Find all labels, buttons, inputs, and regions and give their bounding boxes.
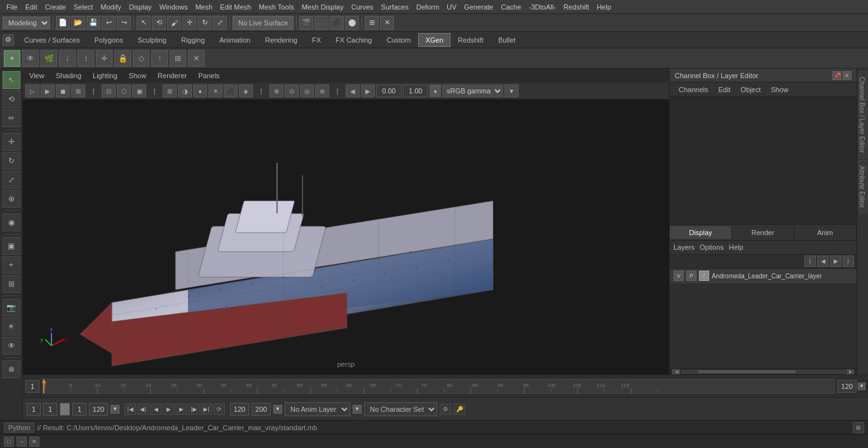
cb-tab-channels[interactable]: Channels (674, 85, 713, 95)
paint-select-tool[interactable]: ✏ (3, 109, 20, 127)
vp-ssr-btn[interactable]: ◈ (239, 85, 253, 97)
menu-windows[interactable]: Windows (156, 2, 192, 12)
pb-start-btn[interactable]: |◀ (125, 404, 136, 415)
vp-bbox-btn[interactable]: ▣ (132, 85, 146, 97)
grid-tool-icon[interactable]: ⊞ (170, 50, 186, 67)
new-file-btn[interactable]: 📄 (56, 16, 70, 30)
menu-create[interactable]: Create (41, 2, 70, 12)
dr-tab-display[interactable]: Display (670, 226, 732, 239)
vp-cam4-btn[interactable]: ⊞ (71, 85, 85, 97)
vp-cam3-btn[interactable]: ◼ (56, 85, 70, 97)
timeline-ruler[interactable]: 1 5 10 15 20 25 30 (42, 379, 835, 394)
menu-mesh-display[interactable]: Mesh Display (298, 2, 348, 12)
status-arr2[interactable]: ▼ (273, 405, 282, 414)
char-set-select[interactable]: No Character Set (364, 402, 437, 416)
eye-tool-icon[interactable]: 👁 (22, 50, 39, 67)
vp-cam-btn[interactable]: ▷ (25, 85, 39, 97)
tab-redshift[interactable]: Redshift (451, 33, 491, 47)
multicut-tool[interactable]: + (3, 256, 20, 274)
tab-rendering[interactable]: Rendering (258, 33, 304, 47)
menu-3dtool[interactable]: -3DtoAll- (525, 2, 560, 12)
menu-redshift[interactable]: Redshift (560, 2, 593, 12)
menu-modify[interactable]: Modify (97, 2, 125, 12)
vp-grid-btn[interactable]: ⊞ (163, 85, 177, 97)
select-btn[interactable]: ↖ (137, 16, 151, 30)
tab-bullet[interactable]: Bullet (491, 33, 523, 47)
ipr-btn[interactable]: ⬤ (345, 16, 359, 30)
diamond-tool-icon[interactable]: ◇ (133, 50, 149, 67)
menu-curves[interactable]: Curves (348, 2, 377, 12)
status-end1[interactable] (89, 403, 108, 416)
timeline-end-arrow[interactable]: ▼ (858, 383, 865, 390)
menu-surfaces[interactable]: Surfaces (377, 2, 412, 12)
close-tool-icon[interactable]: ✕ (188, 50, 205, 67)
tab-custom[interactable]: Custom (380, 33, 418, 47)
vp-gamma2-input[interactable] (403, 85, 428, 97)
status-arr1[interactable]: ▼ (111, 405, 119, 414)
menu-file[interactable]: File (3, 2, 22, 12)
pb-play-btn[interactable]: ▶ (163, 404, 174, 415)
vp-shadow-btn[interactable]: ◑ (178, 85, 192, 97)
origin-tool[interactable]: ⊗ (3, 360, 20, 378)
pb-end-btn[interactable]: ▶| (201, 404, 212, 415)
tab-polygons[interactable]: Polygons (87, 33, 130, 47)
tab-fx[interactable]: FX (305, 33, 328, 47)
vp-snap4-btn[interactable]: ⊛ (315, 85, 329, 97)
layers-menu-layers[interactable]: Layers (674, 243, 695, 251)
menu-select[interactable]: Select (70, 2, 97, 12)
layer-p-btn[interactable]: P (686, 271, 696, 281)
tab-curves-surfaces[interactable]: Curves / Surfaces (17, 33, 86, 47)
show-hide-tool[interactable]: 👁 (3, 337, 20, 355)
snap-btn[interactable]: ✕ (380, 16, 394, 30)
batch-btn[interactable]: ⬛ (330, 16, 344, 30)
status-end2[interactable] (230, 403, 249, 416)
status-frame2[interactable] (43, 403, 57, 416)
cross-tool-icon[interactable]: ✛ (96, 50, 112, 67)
vp-snap1-btn[interactable]: ⊕ (269, 85, 283, 97)
connect-tool[interactable]: ⊞ (3, 275, 20, 293)
camera-tool[interactable]: 📷 (3, 299, 20, 316)
cb-tab-edit[interactable]: Edit (713, 85, 735, 95)
mode-select[interactable]: Modeling (3, 17, 50, 29)
vp-light-btn[interactable]: ☀ (208, 85, 222, 97)
vp-colorspace-select[interactable]: sRGB gamma (442, 85, 503, 97)
marquee-tool[interactable]: ▣ (3, 237, 20, 255)
timeline-end-input[interactable] (837, 380, 857, 393)
layer-v-btn[interactable]: V (674, 271, 684, 281)
layer-fwd-btn[interactable]: ▶ (830, 255, 841, 267)
pin-tool-icon[interactable]: ↕ (78, 50, 94, 67)
tab-sculpting[interactable]: Sculpting (131, 33, 173, 47)
win-btn-1[interactable]: □ (4, 437, 14, 447)
rotate-btn[interactable]: ↻ (198, 16, 212, 30)
viewport-renderer-menu[interactable]: Renderer (155, 71, 189, 81)
vp-cam2-btn[interactable]: ▶ (41, 85, 55, 97)
undo-btn[interactable]: ↩ (102, 16, 116, 30)
layer-add-btn[interactable]: ⟨ (804, 255, 816, 267)
scroll-track[interactable] (681, 370, 845, 374)
vp-snap2-btn[interactable]: ⊙ (285, 85, 299, 97)
vp-back-btn[interactable]: ◀ (346, 85, 360, 97)
status-frame3[interactable] (72, 403, 86, 416)
menu-cache[interactable]: Cache (497, 2, 525, 12)
menu-edit[interactable]: Edit (22, 2, 41, 12)
tab-xgen[interactable]: XGen (418, 33, 450, 47)
viewport-shading-menu[interactable]: Shading (53, 71, 84, 81)
render-seq-btn[interactable]: 🎥 (315, 16, 329, 30)
dr-tab-anim[interactable]: Anim (794, 226, 857, 239)
side-tab-attribute-editor[interactable]: Attribute Editor (858, 160, 867, 214)
rotate-tool[interactable]: ↻ (3, 152, 20, 170)
move-tool[interactable]: ✛ (3, 133, 20, 151)
paint-btn[interactable]: 🖌 (167, 16, 181, 30)
lasso-btn[interactable]: ⟲ (152, 16, 166, 30)
win-btn-3[interactable]: ✕ (29, 437, 39, 447)
grid-btn[interactable]: ⊞ (365, 16, 379, 30)
vp-gamma1-input[interactable] (376, 85, 402, 97)
mode-settings-btn[interactable]: ⚙ (3, 34, 14, 46)
scroll-left-btn[interactable]: ◀ (672, 369, 680, 374)
menu-mesh-tools[interactable]: Mesh Tools (255, 2, 297, 12)
light-tool[interactable]: ☀ (3, 318, 20, 336)
select-tool[interactable]: ↖ (3, 71, 20, 89)
menu-help[interactable]: Help (593, 2, 615, 12)
viewport-lighting-menu[interactable]: Lighting (90, 71, 120, 81)
no-live-surface-btn[interactable]: No Live Surface (233, 16, 294, 30)
